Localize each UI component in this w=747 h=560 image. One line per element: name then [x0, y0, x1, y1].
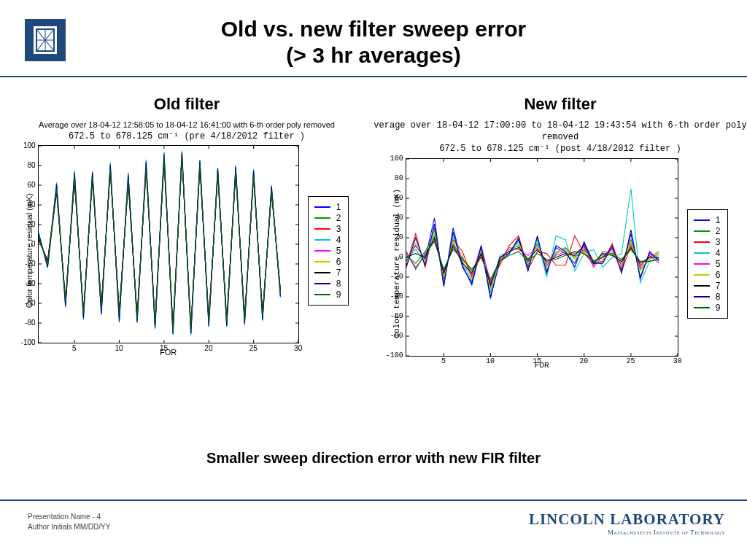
legend-label: 9 [336, 289, 341, 300]
plot-old: -100-80-60-40-20020406080100 51015202530 [38, 145, 299, 343]
heading-old: Old filter [154, 95, 220, 114]
footer-lab: LINCOLN LABORATORY Massachusetts Institu… [529, 510, 725, 536]
legend-item: 6 [314, 257, 341, 267]
footer-line-1: Presentation Name - 4 [28, 512, 110, 522]
plot-new: -100-80-60-40-20020406080100 51015202530 [406, 158, 678, 357]
legend-label: 5 [336, 246, 341, 256]
legend-label: 8 [336, 279, 341, 289]
legend-label: 7 [336, 268, 341, 278]
footer-meta: Presentation Name - 4 Author Initials MM… [28, 512, 110, 532]
lab-sub: Massachusetts Institute of Technology [529, 529, 725, 536]
legend-label: 3 [336, 224, 341, 234]
legend-item: 8 [314, 279, 341, 289]
caption-old-1: Average over 18-04-12 12:58:05 to 18-04-… [0, 120, 374, 131]
legend-item: 9 [694, 303, 721, 313]
legend-label: 8 [716, 292, 721, 302]
legend-label: 6 [716, 270, 721, 280]
footer-rule [0, 499, 747, 501]
heading-new: New filter [524, 95, 596, 114]
title-line-1: Old vs. new filter sweep error [221, 17, 526, 41]
legend-label: 5 [716, 259, 721, 269]
legend-item: 5 [314, 246, 341, 256]
slide-title: Old vs. new filter sweep error (> 3 hr a… [0, 16, 747, 69]
legend-old: 123456789 [308, 196, 349, 306]
caption-new-1: verage over 18-04-12 17:00:00 to 18-04-1… [374, 120, 747, 143]
header-rule [0, 76, 747, 77]
legend-label: 2 [336, 213, 341, 223]
legend-item: 3 [694, 237, 721, 247]
legend-item: 4 [314, 235, 341, 245]
panel-old-filter: Old filter Average over 18-04-12 12:58:0… [0, 82, 374, 472]
legend-label: 3 [716, 237, 721, 247]
legend-label: 6 [336, 257, 341, 267]
legend-item: 8 [694, 292, 721, 302]
caption-old-2: 672.5 to 678.125 cm⁻¹ (pre 4/18/2012 fil… [0, 131, 374, 142]
legend-item: 2 [694, 226, 721, 236]
legend-label: 4 [336, 235, 341, 245]
footer-line-2: Author Initials MM/DD/YY [28, 522, 110, 532]
legend-label: 2 [716, 226, 721, 236]
legend-new: 123456789 [687, 209, 729, 319]
panel-new-filter: New filter verage over 18-04-12 17:00:00… [374, 82, 747, 472]
conclusion-text: Smaller sweep direction error with new F… [0, 450, 747, 467]
legend-label: 1 [336, 202, 341, 212]
legend-item: 5 [694, 259, 721, 269]
caption-new-2: 672.5 to 678.125 cm⁻¹ (post 4/18/2012 fi… [374, 143, 747, 155]
legend-item: 6 [694, 270, 721, 280]
legend-item: 7 [314, 268, 341, 278]
legend-item: 9 [314, 289, 341, 300]
title-line-2: (> 3 hr averages) [286, 43, 460, 67]
legend-item: 2 [314, 213, 341, 223]
legend-label: 4 [716, 248, 721, 258]
lab-name: LINCOLN LABORATORY [529, 510, 725, 529]
legend-item: 1 [694, 215, 721, 225]
legend-item: 7 [694, 281, 721, 291]
legend-label: 7 [716, 281, 721, 291]
legend-label: 9 [716, 303, 721, 313]
legend-item: 3 [314, 224, 341, 234]
legend-item: 1 [314, 202, 341, 212]
legend-label: 1 [716, 215, 721, 225]
legend-item: 4 [694, 248, 721, 258]
